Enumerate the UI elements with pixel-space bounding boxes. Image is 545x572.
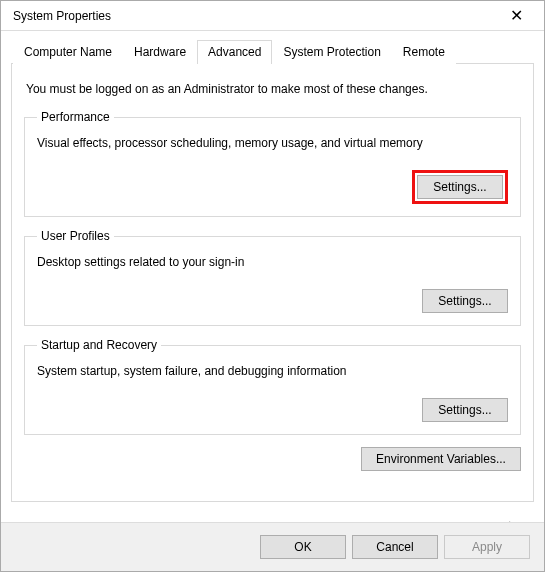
user-profiles-text: Desktop settings related to your sign-in [37, 255, 508, 269]
startup-recovery-group: Startup and Recovery System startup, sys… [24, 338, 521, 435]
performance-actions: Settings... [37, 170, 508, 204]
cancel-button[interactable]: Cancel [352, 535, 438, 559]
tab-panel-advanced: You must be logged on as an Administrato… [11, 64, 534, 502]
highlight-performance-settings: Settings... [412, 170, 508, 204]
startup-recovery-text: System startup, system failure, and debu… [37, 364, 508, 378]
performance-settings-button[interactable]: Settings... [417, 175, 503, 199]
tab-advanced[interactable]: Advanced [197, 40, 272, 64]
tab-system-protection[interactable]: System Protection [272, 40, 391, 64]
tab-hardware[interactable]: Hardware [123, 40, 197, 64]
startup-recovery-actions: Settings... [37, 398, 508, 422]
environment-variables-button[interactable]: Environment Variables... [361, 447, 521, 471]
admin-note: You must be logged on as an Administrato… [26, 82, 521, 96]
titlebar: System Properties ✕ [1, 1, 544, 31]
startup-recovery-settings-button[interactable]: Settings... [422, 398, 508, 422]
user-profiles-actions: Settings... [37, 289, 508, 313]
performance-text: Visual effects, processor scheduling, me… [37, 136, 508, 150]
user-profiles-legend: User Profiles [37, 229, 114, 243]
content-area: Computer Name Hardware Advanced System P… [1, 31, 544, 502]
apply-button[interactable]: Apply [444, 535, 530, 559]
close-icon[interactable]: ✕ [496, 2, 536, 30]
user-profiles-group: User Profiles Desktop settings related t… [24, 229, 521, 326]
performance-legend: Performance [37, 110, 114, 124]
tab-remote[interactable]: Remote [392, 40, 456, 64]
tabstrip: Computer Name Hardware Advanced System P… [11, 39, 534, 64]
window-title: System Properties [9, 9, 496, 23]
startup-recovery-legend: Startup and Recovery [37, 338, 161, 352]
performance-group: Performance Visual effects, processor sc… [24, 110, 521, 217]
bottom-actions: OK Cancel Apply [1, 522, 544, 571]
system-properties-window: System Properties ✕ Computer Name Hardwa… [0, 0, 545, 572]
user-profiles-settings-button[interactable]: Settings... [422, 289, 508, 313]
ok-button[interactable]: OK [260, 535, 346, 559]
env-vars-row: Environment Variables... [24, 447, 521, 471]
tab-computer-name[interactable]: Computer Name [13, 40, 123, 64]
